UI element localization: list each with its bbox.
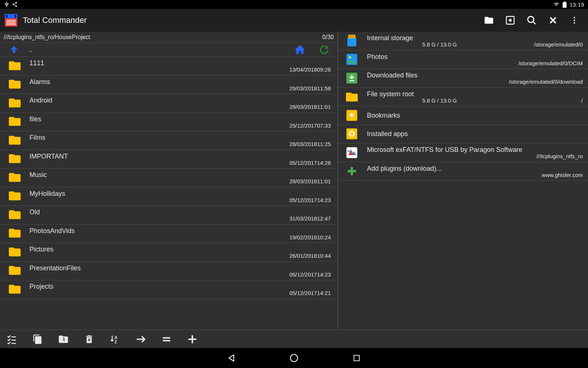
close-button[interactable] (547, 15, 559, 26)
right-panel: Internal storage5.8 G / 13.0 G/storage/e… (338, 32, 588, 330)
parent-dir-label[interactable]: .. (29, 46, 293, 53)
file-meta: 13/04/201809:26 (29, 66, 331, 73)
copy-button[interactable] (31, 333, 44, 346)
svg-point-12 (574, 22, 575, 24)
folder-icon (346, 90, 358, 103)
svg-point-11 (574, 20, 575, 21)
sort-button[interactable]: AZ (108, 333, 122, 346)
location-row[interactable]: Internal storage5.8 G / 13.0 G/storage/e… (338, 32, 588, 51)
file-list: 111113/04/201809:26Alarms29/03/201811:58… (0, 57, 337, 330)
location-detail: /storage/emulated/0/DCIM (367, 60, 583, 66)
svg-rect-6 (6, 23, 16, 24)
file-name: Old (29, 208, 331, 216)
app-title: Total Commander (23, 15, 483, 25)
location-row[interactable]: Add plugins (download)...www.ghisler.com (338, 162, 588, 181)
svg-rect-27 (64, 338, 65, 339)
folder-icon (9, 228, 21, 239)
file-name: files (29, 115, 331, 123)
file-row[interactable]: Films28/03/201811:25 (0, 131, 337, 150)
apps-icon (346, 128, 358, 140)
file-name: PhotosAndVids (29, 227, 331, 235)
svg-rect-5 (6, 21, 16, 22)
file-meta: 28/03/201811:01 (29, 178, 331, 184)
svg-rect-16 (350, 35, 351, 37)
parent-dir-icon[interactable] (9, 44, 20, 55)
reload-button[interactable] (318, 43, 331, 56)
file-row[interactable]: Music28/03/201811:01 (0, 169, 337, 187)
svg-rect-2 (15, 15, 16, 18)
location-name: Downloaded files (367, 71, 583, 79)
file-name: Music (29, 171, 331, 179)
location-name: File system root (367, 90, 583, 98)
folder-icon (9, 190, 21, 202)
svg-rect-18 (353, 35, 354, 37)
file-meta: 05/12/201714:23 (29, 197, 331, 203)
file-row[interactable]: PhotosAndVids19/02/201810:24 (0, 225, 337, 243)
overflow-menu-button[interactable] (569, 15, 580, 26)
file-row[interactable]: Alarms29/03/201811:58 (0, 76, 337, 94)
nav-home-button[interactable] (288, 353, 300, 364)
android-status-bar: 13:19 (0, 0, 588, 9)
file-name: Android (29, 96, 331, 104)
photos-icon (346, 53, 358, 66)
location-list: Internal storage5.8 G / 13.0 G/storage/e… (338, 32, 588, 181)
bookmark-icon (346, 109, 358, 122)
file-row[interactable]: Old31/03/201812:47 (0, 206, 337, 225)
svg-text:Z: Z (115, 340, 117, 344)
file-name: IMPORTANT (29, 152, 331, 160)
path-row[interactable]: ///tcplugins_ntfs_ro/HouseProject 0/30 (0, 32, 337, 43)
file-row[interactable]: MyHollidays05/12/201714:23 (0, 187, 337, 206)
location-detail: ///tcplugins_ntfs_ro (367, 153, 583, 159)
nav-back-button[interactable] (226, 353, 237, 364)
location-row[interactable]: Microsoft exFAT/NTFS for USB by Paragon … (338, 143, 588, 162)
svg-rect-26 (63, 337, 64, 339)
svg-rect-3 (5, 18, 17, 27)
file-row[interactable]: Android28/03/201811:01 (0, 94, 337, 113)
folder-icon (9, 60, 21, 72)
zip-button[interactable] (57, 333, 70, 346)
new-folder-button[interactable] (483, 15, 494, 26)
file-meta: 25/12/201707:33 (29, 122, 331, 129)
file-row[interactable]: PresentationFiles05/12/201714:23 (0, 262, 337, 281)
file-row[interactable]: IMPORTANT05/12/201714:26 (0, 150, 337, 169)
svg-rect-1 (6, 15, 7, 18)
location-row[interactable]: File system root5.8 G / 13.0 G/ (338, 88, 588, 107)
bookmark-button[interactable] (505, 15, 516, 26)
location-row[interactable]: Photos/storage/emulated/0/DCIM (338, 51, 588, 69)
file-name: Alarms (29, 78, 331, 86)
swap-panels-button[interactable] (160, 333, 173, 346)
android-nav-bar (0, 348, 588, 368)
location-row[interactable]: Installed apps (338, 125, 588, 144)
file-meta: 19/02/201810:24 (29, 234, 331, 240)
nav-recents-button[interactable] (351, 353, 362, 364)
location-name: Internal storage (367, 34, 583, 42)
battery-icon (563, 1, 567, 8)
file-meta: 28/03/201811:01 (29, 104, 331, 110)
move-button[interactable] (134, 333, 147, 346)
svg-rect-23 (346, 129, 357, 139)
location-detail: www.ghisler.com (367, 172, 583, 178)
app-header: Total Commander (0, 9, 588, 32)
file-row[interactable]: 111113/04/201809:26 (0, 57, 337, 76)
home-button[interactable] (293, 43, 307, 56)
file-meta: 26/01/201810:44 (29, 253, 331, 259)
location-row[interactable]: Downloaded files/storage/emulated/0/down… (338, 69, 588, 88)
file-row[interactable]: Pictures26/01/201810:44 (0, 243, 337, 262)
location-name: Photos (367, 53, 583, 61)
svg-point-32 (290, 354, 298, 362)
location-row[interactable]: Bookmarks (338, 106, 588, 125)
file-name: Projects (29, 282, 331, 291)
search-button[interactable] (526, 15, 537, 26)
delete-button[interactable] (83, 333, 96, 346)
location-name: Installed apps (367, 130, 583, 138)
add-button[interactable] (186, 333, 199, 346)
file-row[interactable]: Projects05/12/201714:21 (0, 280, 337, 299)
sdcard-icon (346, 35, 358, 47)
file-row[interactable]: files25/12/201707:33 (0, 113, 337, 132)
select-button[interactable] (5, 333, 18, 346)
folder-icon (9, 153, 21, 165)
location-detail: /storage/emulated/0/download (367, 79, 583, 85)
location-name: Microsoft exFAT/NTFS for USB by Paragon … (367, 146, 583, 154)
file-name: PresentationFiles (29, 264, 331, 272)
plugin-icon (346, 146, 358, 159)
